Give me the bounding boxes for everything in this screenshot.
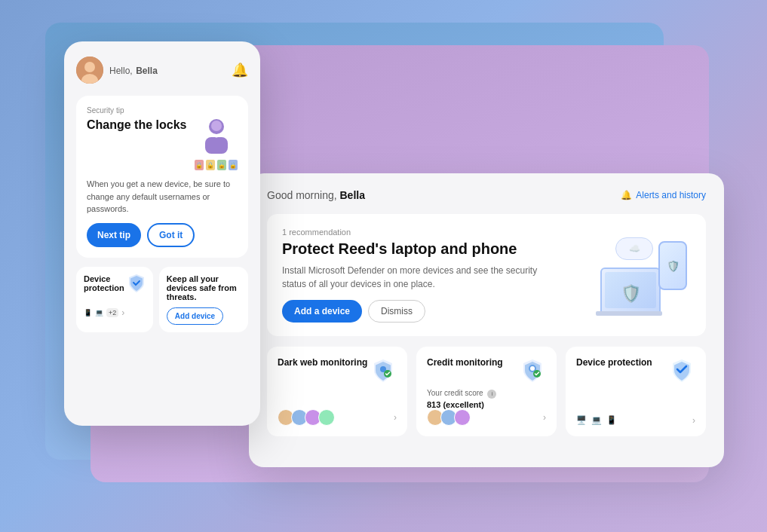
device-icons: 📱 💻 +2 › bbox=[84, 307, 146, 318]
avatar-4 bbox=[318, 409, 335, 426]
device-count-badge: +2 bbox=[106, 308, 118, 317]
phone-shape: 🛡️ bbox=[658, 241, 687, 290]
laptop-shape: 🛡️ bbox=[600, 268, 661, 313]
recommendation-card: 1 recommendation Protect Reed's laptop a… bbox=[267, 214, 706, 336]
dismiss-button[interactable]: Dismiss bbox=[368, 300, 425, 323]
dark-web-shield-icon bbox=[370, 357, 397, 384]
recommendation-buttons: Add a device Dismiss bbox=[282, 300, 561, 323]
next-tip-button[interactable]: Next tip bbox=[87, 223, 141, 247]
tip-title: Change the locks bbox=[87, 118, 186, 132]
svg-point-6 bbox=[215, 135, 218, 138]
tip-label: Security tip bbox=[87, 106, 238, 115]
lock-icon-yellow: 🔒 bbox=[206, 160, 215, 170]
credit-monitoring-card: Credit monitoring Your credit score i 81… bbox=[416, 347, 557, 436]
device-shield-icon bbox=[126, 273, 147, 294]
phone-icon-2: 📱 bbox=[606, 415, 617, 425]
monitor-icon: 🖥️ bbox=[576, 415, 587, 425]
device-protection-chevron[interactable]: › bbox=[692, 415, 695, 426]
shield-on-laptop: 🛡️ bbox=[621, 284, 641, 304]
credit-avatar-3 bbox=[454, 409, 471, 426]
cloud-shape: ☁️ bbox=[615, 237, 653, 260]
info-cards-row: Dark web monitoring › bbox=[267, 347, 706, 436]
add-device-button[interactable]: Add device bbox=[167, 307, 223, 325]
desktop-greeting-text: Good morning, Bella bbox=[267, 189, 365, 201]
dark-web-chevron[interactable]: › bbox=[394, 412, 397, 423]
device-protection-desktop-footer: 🖥️ 💻 📱 › bbox=[576, 415, 695, 426]
avatars-row bbox=[278, 409, 335, 426]
info-icon: i bbox=[487, 390, 496, 399]
security-tip-card: Security tip Change the locks 🔒 🔒 🔒 🔒 bbox=[76, 96, 248, 258]
svg-rect-4 bbox=[205, 137, 228, 154]
credit-title: Credit monitoring bbox=[427, 357, 503, 369]
tip-content-row: Change the locks 🔒 🔒 🔒 🔒 bbox=[87, 118, 238, 170]
laptop-base bbox=[596, 311, 662, 316]
user-greeting: Hello, Bella bbox=[76, 57, 158, 84]
lock-icon-green: 🔒 bbox=[217, 160, 226, 170]
credit-value: 813 (excellent) bbox=[427, 400, 546, 409]
hello-label: Hello, bbox=[109, 66, 133, 76]
notification-icon[interactable]: 🔔 bbox=[232, 62, 248, 78]
add-device-rec-button[interactable]: Add a device bbox=[282, 300, 362, 323]
svg-point-1 bbox=[84, 62, 95, 72]
recommendation-description: Install Microsoft Defender on more devic… bbox=[282, 264, 561, 291]
greeting-text: Hello, Bella bbox=[109, 63, 158, 78]
credit-header: Credit monitoring bbox=[427, 357, 546, 384]
user-name: Bella bbox=[136, 66, 158, 76]
desktop-header: Good morning, Bella 🔔 Alerts and history bbox=[267, 188, 706, 202]
mobile-card: Hello, Bella 🔔 Security tip Change the l… bbox=[64, 41, 260, 426]
desktop-greeting: Good morning, Bella bbox=[267, 188, 365, 202]
alerts-label: Alerts and history bbox=[636, 190, 706, 200]
svg-point-5 bbox=[211, 121, 222, 131]
got-it-button[interactable]: Got it bbox=[147, 223, 195, 247]
add-device-promo-card: Keep all your devices safe from threats.… bbox=[159, 267, 248, 332]
device-protection-desktop-card: Device protection 🖥️ 💻 📱 › bbox=[566, 347, 706, 436]
mobile-header: Hello, Bella 🔔 bbox=[76, 57, 248, 84]
credit-chevron[interactable]: › bbox=[543, 412, 546, 423]
desktop-card: Good morning, Bella 🔔 Alerts and history… bbox=[249, 173, 724, 467]
laptop-icon: 💻 bbox=[591, 415, 602, 425]
computer-icon: 💻 bbox=[95, 309, 103, 316]
bottom-cards-row: Device protection 📱 💻 +2 › Keep all your… bbox=[76, 267, 248, 332]
lock-icon-blue: 🔒 bbox=[229, 160, 238, 170]
credit-footer: › bbox=[427, 409, 546, 426]
credit-avatars-row bbox=[427, 409, 471, 426]
device-protection-desktop-header: Device protection bbox=[576, 357, 695, 384]
device-protection-card: Device protection 📱 💻 +2 › bbox=[76, 267, 153, 332]
add-device-card-title: Keep all your devices safe from threats. bbox=[167, 274, 241, 301]
phone-icon: 📱 bbox=[84, 309, 92, 316]
lock-icons-row: 🔒 🔒 🔒 🔒 bbox=[195, 160, 238, 170]
credit-score-section: Your credit score i 813 (excellent) bbox=[427, 389, 546, 409]
credit-shield-icon bbox=[519, 357, 546, 384]
tip-action-buttons: Next tip Got it bbox=[87, 223, 238, 247]
dark-web-footer: › bbox=[278, 409, 397, 426]
dark-web-header: Dark web monitoring bbox=[278, 357, 397, 384]
avatar bbox=[76, 57, 103, 84]
device-icons-desktop: 🖥️ 💻 📱 bbox=[576, 415, 617, 425]
tip-illustration: 🔒 🔒 🔒 🔒 bbox=[195, 118, 238, 170]
recommendation-title: Protect Reed's laptop and phone bbox=[282, 240, 561, 258]
svg-point-10 bbox=[530, 366, 535, 371]
cloud-icon: ☁️ bbox=[629, 243, 640, 254]
device-protection-desktop-title: Device protection bbox=[576, 357, 652, 369]
recommendation-illustration: ☁️ 🛡️ 🛡️ bbox=[593, 237, 691, 313]
device-protection-shield-icon bbox=[668, 357, 695, 384]
phone-shape-icon: 🛡️ bbox=[667, 260, 680, 272]
dark-web-title: Dark web monitoring bbox=[278, 357, 367, 369]
bell-icon-desktop: 🔔 bbox=[621, 190, 632, 200]
person-icon bbox=[201, 118, 232, 155]
alerts-history-link[interactable]: 🔔 Alerts and history bbox=[621, 190, 706, 200]
recommendation-label: 1 recommendation bbox=[282, 228, 561, 237]
lock-icon-red: 🔒 bbox=[195, 160, 204, 170]
recommendation-content: 1 recommendation Protect Reed's laptop a… bbox=[282, 228, 561, 323]
credit-subtitle: Your credit score i bbox=[427, 389, 546, 399]
chevron-right-icon[interactable]: › bbox=[121, 307, 124, 318]
dark-web-monitoring-card: Dark web monitoring › bbox=[267, 347, 407, 436]
tip-description: When you get a new device, be sure to ch… bbox=[87, 178, 238, 216]
